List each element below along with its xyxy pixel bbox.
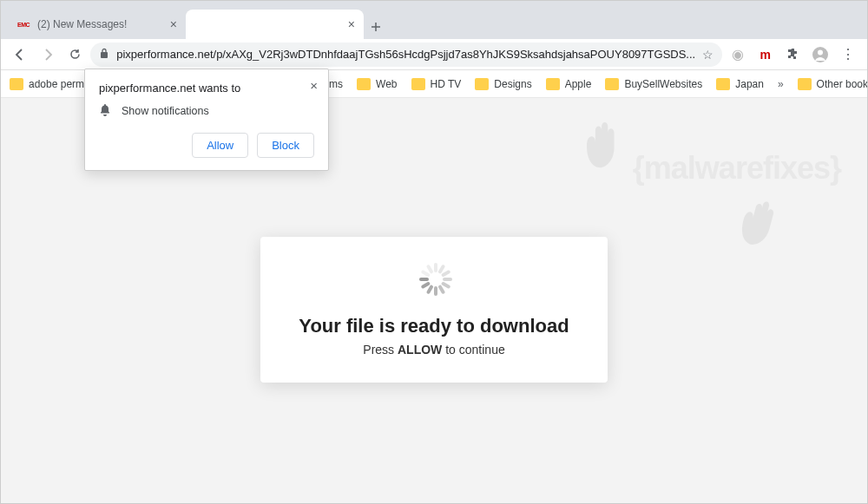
new-tab-button[interactable]	[364, 15, 388, 39]
watermark-hand-icon	[711, 176, 806, 272]
spinner-icon	[416, 261, 452, 298]
star-icon[interactable]: ☆	[702, 48, 713, 62]
bell-icon	[99, 103, 111, 119]
tabstrip: EMC (2) New Messages! × ×	[1, 8, 867, 39]
extensions-icon[interactable]	[781, 43, 806, 67]
address-bar: pixperformance.net/p/xAXg_V2Rj3wDTDnhfda…	[1, 39, 867, 70]
tab-label: (2) New Messages!	[37, 18, 165, 30]
extension-m-icon[interactable]: m	[753, 43, 778, 67]
card-subtitle: Press ALLOW to continue	[278, 343, 590, 357]
reload-button[interactable]	[63, 43, 88, 67]
download-card: Your file is ready to download Press ALL…	[260, 237, 608, 383]
bookmark-hdtv[interactable]: HD TV	[411, 78, 462, 90]
bookmark-web[interactable]: Web	[357, 78, 397, 90]
block-button[interactable]: Block	[257, 133, 314, 158]
svg-point-2	[818, 49, 823, 55]
watermark-hand-icon	[563, 107, 641, 185]
back-button[interactable]	[8, 43, 32, 67]
profile-icon[interactable]	[808, 43, 832, 67]
bookmark-japan[interactable]: Japan	[716, 78, 764, 90]
permission-label: Show notifications	[122, 105, 209, 117]
forward-button[interactable]	[36, 43, 60, 67]
tab-messages[interactable]: EMC (2) New Messages! ×	[8, 10, 186, 39]
card-title: Your file is ready to download	[278, 315, 590, 337]
allow-button[interactable]: Allow	[192, 133, 248, 158]
bookmark-adobe[interactable]: adobe permie	[10, 78, 92, 90]
lock-icon	[99, 48, 109, 62]
bookmark-designs[interactable]: Designs	[475, 78, 531, 90]
permission-header: pixperformance.net wants to	[99, 82, 314, 95]
tab-active[interactable]: ×	[186, 10, 364, 39]
favicon-blank	[194, 17, 208, 31]
favicon-emc: EMC	[16, 17, 30, 31]
permission-popup: × pixperformance.net wants to Show notif…	[84, 69, 329, 171]
url-text: pixperformance.net/p/xAXg_V2Rj3wDTDnhfda…	[116, 48, 695, 61]
extension-circle-icon[interactable]: ◉	[726, 43, 750, 67]
bookmark-apple[interactable]: Apple	[546, 78, 592, 90]
bookmarks-overflow-icon[interactable]: »	[778, 78, 784, 90]
bookmark-buysell[interactable]: BuySellWebsites	[605, 78, 702, 90]
svg-rect-0	[101, 52, 108, 58]
close-tab-icon[interactable]: ×	[170, 17, 177, 31]
omnibox[interactable]: pixperformance.net/p/xAXg_V2Rj3wDTDnhfda…	[90, 43, 722, 67]
close-tab-icon[interactable]: ×	[348, 17, 355, 31]
watermark-text: {malwarefixes}	[633, 150, 841, 187]
close-popup-icon[interactable]: ×	[310, 78, 318, 93]
bookmark-other[interactable]: Other bookmarks	[798, 78, 868, 90]
permission-row: Show notifications	[99, 103, 314, 119]
menu-icon[interactable]: ⋮	[836, 43, 860, 67]
